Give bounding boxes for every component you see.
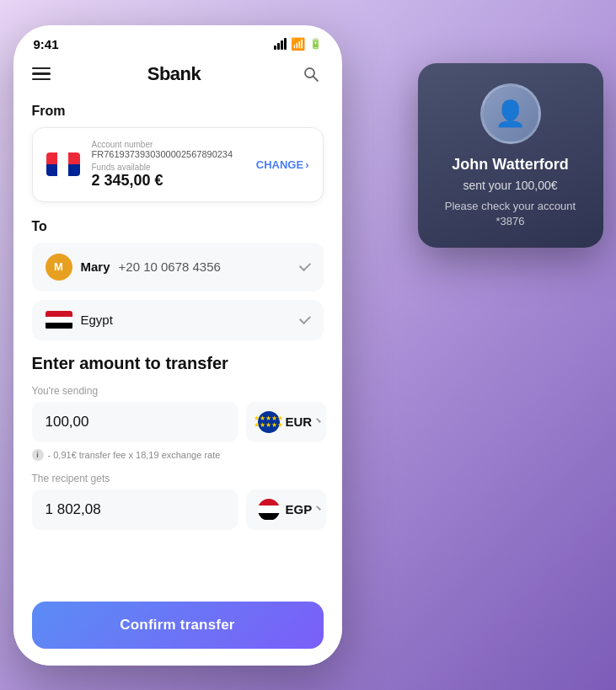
signal-bars-icon: [274, 38, 287, 50]
recipient-row: EGP: [32, 489, 324, 530]
phone: 9:41 📶 🔋 Sbank: [13, 25, 342, 666]
hamburger-menu-button[interactable]: [32, 67, 51, 81]
confirm-transfer-button[interactable]: Confirm transfer: [32, 602, 324, 649]
contact-phone: +20 10 0678 4356: [119, 259, 221, 274]
confirm-btn-wrap: Confirm transfer: [13, 591, 342, 666]
search-button[interactable]: [298, 62, 324, 87]
fee-text: - 0,91€ transfer fee x 18,19 exchange ra…: [48, 450, 221, 460]
account-number-label: Account number: [92, 140, 244, 149]
to-section: To M Mary +20 10 0678 4356: [32, 219, 324, 340]
sending-row: ★★★★★★★★★★ EUR: [32, 402, 324, 442]
contact-dropdown[interactable]: M Mary +20 10 0678 4356: [32, 243, 324, 292]
chevron-right-icon: ›: [305, 158, 308, 171]
sender-avatar: 👤: [480, 83, 541, 144]
chevron-down-icon: [316, 418, 321, 423]
egypt-flag-icon: [46, 311, 72, 329]
account-info: Account number FR76193739303000025678​90…: [92, 140, 244, 190]
eur-currency-selector[interactable]: ★★★★★★★★★★ EUR: [246, 402, 326, 442]
amount-section: Enter amount to transfer You're sending …: [32, 354, 324, 530]
fee-info: i - 0,91€ transfer fee x 18,19 exchange …: [32, 449, 324, 461]
egp-currency-selector[interactable]: EGP: [246, 489, 326, 530]
funds-value: 2 345,00 €: [92, 172, 244, 190]
to-label: To: [32, 219, 324, 234]
notification-amount: sent your 100,00€: [435, 179, 587, 192]
eur-flag-icon: ★★★★★★★★★★: [258, 411, 280, 433]
from-card: Account number FR76193739303000025678​90…: [32, 127, 324, 202]
sending-amount-input[interactable]: [32, 402, 238, 442]
chevron-down-icon: [316, 505, 321, 511]
sender-name: John Watterford: [435, 156, 587, 174]
egp-code: EGP: [286, 502, 313, 516]
chevron-down-icon: [298, 259, 310, 271]
change-account-button[interactable]: CHANGE ›: [256, 158, 309, 171]
egp-flag-icon: [258, 499, 280, 521]
scroll-content: From Account number FR761937393030000256…: [13, 95, 342, 591]
status-time: 9:41: [34, 37, 59, 51]
country-left: Egypt: [46, 311, 113, 329]
recipient-label: The recipent gets: [32, 473, 324, 484]
contact-left: M Mary +20 10 0678 4356: [46, 254, 221, 281]
notification-card: 👤 John Watterford sent your 100,00€ Plea…: [418, 63, 603, 248]
battery-icon: 🔋: [309, 38, 322, 50]
info-icon: i: [32, 449, 44, 461]
country-dropdown[interactable]: Egypt: [32, 300, 324, 340]
recipient-amount-input[interactable]: [32, 489, 238, 530]
status-icons: 📶 🔋: [274, 37, 322, 51]
contact-avatar: M: [46, 254, 72, 281]
account-number-value: FR76193739303000025678​90234: [92, 149, 244, 159]
status-bar: 9:41 📶 🔋: [13, 25, 342, 56]
bank-logo: Sbank: [147, 63, 201, 85]
svg-point-0: [305, 68, 314, 78]
wifi-icon: 📶: [291, 37, 305, 51]
amount-title: Enter amount to transfer: [32, 354, 324, 373]
sending-label: You're sending: [32, 385, 324, 397]
navbar: Sbank: [13, 56, 342, 95]
from-label: From: [32, 104, 324, 119]
france-flag-icon: [46, 152, 80, 176]
eur-code: EUR: [286, 415, 313, 429]
chevron-down-icon: [298, 313, 310, 324]
funds-label: Funds available: [92, 163, 244, 172]
country-name: Egypt: [81, 313, 113, 327]
notification-message: Please check your account *3876: [435, 199, 587, 229]
contact-name: Mary: [81, 259, 110, 274]
svg-line-1: [313, 77, 318, 81]
